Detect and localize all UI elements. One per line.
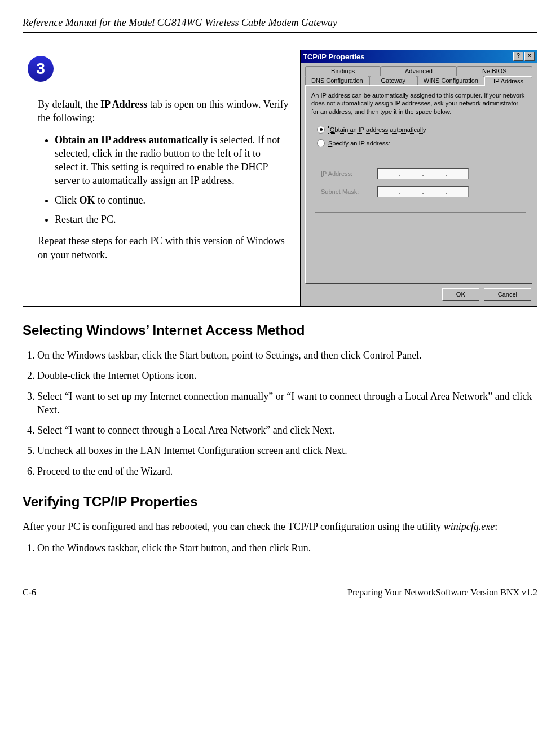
panel-description: An IP address can be automatically assig… xyxy=(311,91,526,116)
bullet2-a: Click xyxy=(55,195,80,206)
tab-gateway[interactable]: Gateway xyxy=(369,76,417,85)
section2-paragraph: After your PC is configured and has rebo… xyxy=(23,520,537,533)
bullet2-b: to continue. xyxy=(95,195,145,206)
tab-dns[interactable]: DNS Configuration xyxy=(305,76,369,85)
s1-item-3: Select “I want to set up my Internet con… xyxy=(37,390,537,417)
tab-row-back: Bindings Advanced NetBIOS xyxy=(305,66,532,76)
subnet-mask-label: Subnet Mask: xyxy=(321,188,372,195)
radio-obtain-label: Obtain an IP address automatically xyxy=(328,126,427,134)
step-text-column: 3 By default, the IP Address tab is open… xyxy=(23,50,300,306)
tab-advanced[interactable]: Advanced xyxy=(381,66,456,76)
tab-ip-address[interactable]: IP Address xyxy=(484,76,532,86)
bullet-item-1: Obtain an IP address automatically is se… xyxy=(55,133,283,188)
bullet1-bold: Obtain an IP address automatically xyxy=(55,134,208,145)
section1-heading: Selecting Windows’ Internet Access Metho… xyxy=(23,323,537,338)
radio-specify-row[interactable]: Specify an IP address: xyxy=(317,139,526,147)
section1-list: On the Windows taskbar, click the Start … xyxy=(23,348,537,478)
tab-panel-ip: An IP address can be automatically assig… xyxy=(305,85,532,284)
cancel-button[interactable]: Cancel xyxy=(484,288,531,301)
ip-address-label: IP Address: xyxy=(321,170,372,177)
s1-item-5: Uncheck all boxes in the LAN Internet Co… xyxy=(37,444,537,457)
step-number-badge: 3 xyxy=(28,56,54,82)
page-header: Reference Manual for the Model CG814WG W… xyxy=(23,17,537,33)
intro-paragraph: By default, the IP Address tab is open o… xyxy=(38,98,293,125)
bullet-item-3: Restart the PC. xyxy=(55,213,283,226)
s1-item-2: Double-click the Internet Options icon. xyxy=(37,369,537,382)
radio-obtain-icon xyxy=(317,126,325,134)
step-figure-row: 3 By default, the IP Address tab is open… xyxy=(23,50,537,307)
ip-address-input[interactable]: . . . xyxy=(377,168,469,179)
dialog-titlebar: TCP/IP Properties ? × xyxy=(301,50,537,63)
ok-button[interactable]: OK xyxy=(442,288,479,301)
ip-groupbox: IP Address: . . . Subnet Mask: . . xyxy=(315,153,526,213)
tab-wins[interactable]: WINS Configuration xyxy=(417,76,484,85)
subnet-mask-row: Subnet Mask: . . . xyxy=(321,186,520,197)
dialog-title: TCP/IP Properties xyxy=(303,52,365,61)
tcpip-dialog: TCP/IP Properties ? × Bindings Advanced … xyxy=(300,50,537,306)
dialog-button-row: OK Cancel xyxy=(301,284,537,306)
section2-list: On the Windows taskbar, click the Start … xyxy=(23,541,537,555)
footer-right: Preparing Your NetworkSoftware Version B… xyxy=(347,587,537,598)
close-button[interactable]: × xyxy=(524,52,535,61)
tab-netbios[interactable]: NetBIOS xyxy=(457,66,532,76)
radio-obtain-row[interactable]: Obtain an IP address automatically xyxy=(317,126,526,134)
bullet-item-2: Click OK to continue. xyxy=(55,193,283,207)
tab-bindings[interactable]: Bindings xyxy=(305,66,381,76)
outro-paragraph: Repeat these steps for each PC with this… xyxy=(38,234,293,262)
s2-para-a: After your PC is configured and has rebo… xyxy=(23,521,444,532)
ip-address-row: IP Address: . . . xyxy=(321,168,520,179)
s2-item-1: On the Windows taskbar, click the Start … xyxy=(37,541,537,555)
s1-item-6: Proceed to the end of the Wizard. xyxy=(37,465,537,478)
radio-specify-icon xyxy=(317,139,325,147)
section2-heading: Verifying TCP/IP Properties xyxy=(23,494,537,510)
help-button[interactable]: ? xyxy=(513,52,523,61)
bullet-list: Obtain an IP address automatically is se… xyxy=(55,133,283,227)
tab-area: Bindings Advanced NetBIOS DNS Configurat… xyxy=(301,63,537,284)
intro-bold: IP Address xyxy=(100,99,147,110)
s2-para-b: : xyxy=(495,521,497,532)
s2-para-italic: winipcfg.exe xyxy=(444,521,495,532)
subnet-mask-input[interactable]: . . . xyxy=(377,186,469,197)
radio-specify-label: Specify an IP address: xyxy=(328,140,390,147)
footer-left: C-6 xyxy=(23,587,36,598)
intro-text-a: By default, the xyxy=(38,99,100,110)
bullet2-bold: OK xyxy=(80,195,95,206)
s1-item-1: On the Windows taskbar, click the Start … xyxy=(37,348,537,362)
s1-item-4: Select “I want to connect through a Loca… xyxy=(37,423,537,437)
page-footer: C-6 Preparing Your NetworkSoftware Versi… xyxy=(23,584,537,598)
tab-row-front: DNS Configuration Gateway WINS Configura… xyxy=(305,76,532,85)
